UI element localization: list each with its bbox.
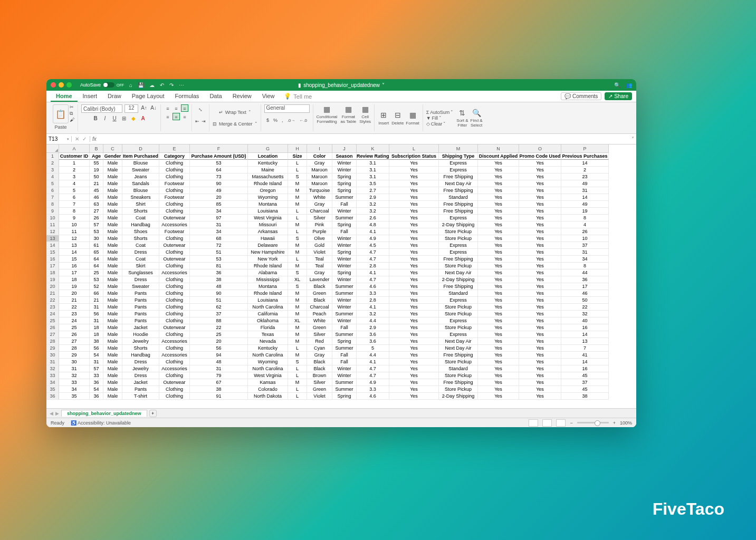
cell[interactable]: North Carolina	[248, 304, 288, 311]
cell[interactable]: 18	[59, 276, 90, 283]
cell[interactable]: Standard	[439, 290, 478, 297]
cell[interactable]: Spring	[332, 221, 357, 228]
cell[interactable]: L	[288, 386, 307, 393]
cell[interactable]: Yes	[389, 331, 439, 338]
fill-color-button[interactable]: ◆	[130, 115, 137, 123]
cell[interactable]: Free Shipping	[439, 256, 478, 263]
row-header[interactable]: 12	[46, 228, 59, 235]
cell[interactable]: Shirt	[122, 201, 159, 208]
cell[interactable]: L	[288, 208, 307, 215]
cell[interactable]: Yes	[478, 180, 519, 187]
cell[interactable]: 37	[561, 379, 609, 386]
page-layout-view-icon[interactable]	[542, 419, 552, 427]
share-people-icon[interactable]: 👥	[626, 82, 632, 88]
tell-me[interactable]: 💡 Tell me	[284, 93, 312, 100]
row-header[interactable]: 16	[46, 256, 59, 263]
cell[interactable]: Purchase Amount (USD)	[190, 153, 248, 160]
cell[interactable]: New Hampshire	[248, 249, 288, 256]
cell[interactable]: Pants	[122, 311, 159, 317]
cell[interactable]: Age	[90, 153, 103, 160]
cell[interactable]: Nevada	[248, 338, 288, 345]
cell[interactable]: Male	[103, 173, 122, 180]
cell[interactable]: Yes	[389, 386, 439, 393]
cell[interactable]: 35	[59, 393, 90, 400]
cell[interactable]: 22	[190, 324, 248, 331]
cell[interactable]: Spring	[332, 338, 357, 345]
cell[interactable]: Male	[103, 393, 122, 400]
cell[interactable]: Clothing	[159, 201, 190, 208]
cell[interactable]: 46	[561, 290, 609, 297]
cell[interactable]: 46	[90, 194, 103, 201]
cell[interactable]: 73	[190, 173, 248, 180]
cell[interactable]: 2.9	[357, 324, 389, 331]
cell[interactable]: Dress	[122, 249, 159, 256]
row-header[interactable]: 10	[46, 215, 59, 221]
cell[interactable]: Yes	[389, 228, 439, 235]
cell[interactable]: Charcoal	[307, 304, 332, 311]
cell[interactable]: 34	[561, 256, 609, 263]
fx-icon[interactable]: fx	[90, 136, 99, 142]
cell[interactable]: 2.7	[357, 187, 389, 194]
cell[interactable]: 34	[190, 228, 248, 235]
cell[interactable]: Previous Purchases	[561, 153, 609, 160]
cell[interactable]: 28	[59, 345, 90, 352]
cell[interactable]: Clothing	[159, 393, 190, 400]
cell[interactable]: Customer ID	[59, 153, 90, 160]
autosave[interactable]: AutoSave OFF	[80, 82, 124, 88]
cell[interactable]: Outerwear	[159, 215, 190, 221]
cell[interactable]: 7	[59, 201, 90, 208]
cell[interactable]: 51	[190, 249, 248, 256]
cell-styles-button[interactable]: ▦ CellStyles	[359, 104, 371, 124]
cell[interactable]: Colorado	[248, 386, 288, 393]
cell[interactable]: 97	[190, 215, 248, 221]
cell[interactable]: 3.2	[357, 208, 389, 215]
cell[interactable]: 3.1	[357, 167, 389, 173]
cell[interactable]: 14	[561, 359, 609, 365]
cell[interactable]: 4	[59, 180, 90, 187]
cell[interactable]: Free Shipping	[439, 379, 478, 386]
cell[interactable]: Maroon	[307, 173, 332, 180]
cell[interactable]: Yes	[478, 365, 519, 372]
cell[interactable]: Spring	[332, 393, 357, 400]
cell[interactable]: 4.7	[357, 249, 389, 256]
cell[interactable]: Red	[307, 338, 332, 345]
cell[interactable]: West Virginia	[248, 372, 288, 379]
decrease-indent-icon[interactable]: ⇤	[195, 119, 199, 124]
cell[interactable]: Alabama	[248, 269, 288, 276]
cell[interactable]: Male	[103, 242, 122, 249]
cell[interactable]: Male	[103, 276, 122, 283]
cell[interactable]: 53	[90, 228, 103, 235]
cell[interactable]: Male	[103, 269, 122, 276]
cell[interactable]: Yes	[478, 201, 519, 208]
cell[interactable]: 50	[561, 297, 609, 304]
cell[interactable]: Male	[103, 297, 122, 304]
cell[interactable]: S	[288, 235, 307, 242]
cell[interactable]: Summer	[332, 379, 357, 386]
cell[interactable]: Yes	[519, 228, 561, 235]
cell[interactable]: 19	[90, 167, 103, 173]
cell[interactable]: 36	[90, 393, 103, 400]
cell[interactable]: Winter	[332, 208, 357, 215]
cell[interactable]: 48	[190, 359, 248, 365]
cell[interactable]: 3.1	[357, 173, 389, 180]
cell[interactable]: 38	[561, 393, 609, 400]
cell[interactable]: 18	[90, 324, 103, 331]
cell[interactable]: Delaware	[248, 242, 288, 249]
cell[interactable]: White	[307, 317, 332, 324]
cell[interactable]: Clothing	[159, 187, 190, 194]
cell[interactable]: Yes	[478, 386, 519, 393]
cell[interactable]: 31	[90, 304, 103, 311]
cell[interactable]: Clothing	[159, 372, 190, 379]
cell[interactable]: Clothing	[159, 235, 190, 242]
cell[interactable]: 50	[90, 173, 103, 180]
cell[interactable]: Male	[103, 386, 122, 393]
cell[interactable]: Standard	[439, 194, 478, 201]
cell[interactable]: T-shirt	[122, 393, 159, 400]
cell[interactable]: Yes	[519, 290, 561, 297]
cell[interactable]: S	[288, 269, 307, 276]
cell[interactable]: Yes	[519, 208, 561, 215]
row-header[interactable]: 7	[46, 194, 59, 201]
cell[interactable]: Clothing	[159, 297, 190, 304]
cell[interactable]: 65	[90, 249, 103, 256]
cell[interactable]: Express	[439, 331, 478, 338]
